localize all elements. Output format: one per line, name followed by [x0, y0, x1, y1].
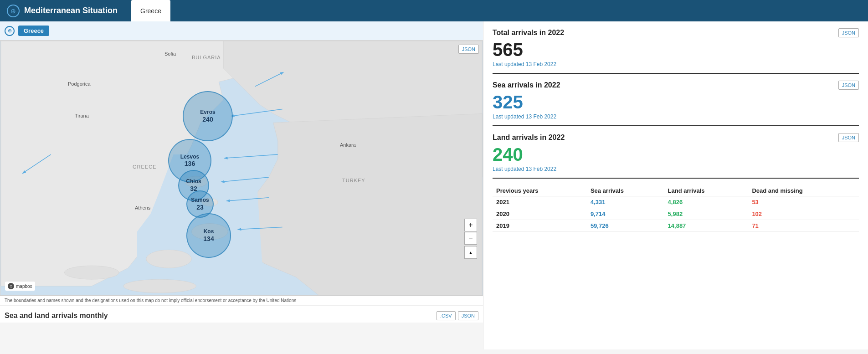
label-podgorica: Podgorica: [68, 81, 91, 87]
left-panel: ⊕ Greece JSON: [0, 21, 483, 349]
world-icon: ⊕: [5, 26, 15, 36]
sea-arrivals-json-btn[interactable]: JSON: [838, 81, 859, 90]
cell-land: 14,887: [664, 220, 749, 232]
monthly-section: Sea and land arrivals monthly .CSV JSON: [0, 306, 483, 323]
label-tirana: Tirana: [75, 113, 89, 118]
csv-button[interactable]: .CSV: [437, 311, 456, 320]
cell-sea: 59,726: [587, 220, 664, 232]
total-arrivals-label: Total arrivals in 2022: [493, 29, 564, 37]
label-turkey: TURKEY: [342, 178, 365, 183]
zoom-out-button[interactable]: −: [464, 232, 477, 245]
land-arrivals-json-btn[interactable]: JSON: [838, 133, 859, 142]
sea-arrivals-value: 325: [493, 92, 859, 112]
land-arrivals-label: Land arrivals in 2022: [493, 133, 565, 142]
col-header-land: Land arrivals: [664, 185, 749, 196]
bubble-lesvos-name: Lesvos: [180, 154, 199, 160]
table-row: 2019 59,726 14,887 71: [493, 220, 859, 232]
cell-land: 5,982: [664, 208, 749, 220]
sea-arrivals-section: Sea arrivals in 2022 JSON 325 Last updat…: [493, 81, 859, 126]
svg-point-6: [123, 279, 196, 293]
label-bulgaria: BULGARIA: [192, 55, 221, 60]
sea-arrivals-header: Sea arrivals in 2022 JSON: [493, 81, 859, 90]
map-svg: [0, 41, 483, 295]
sea-arrivals-updated: Last updated 13 Feb 2022: [493, 113, 859, 120]
bubble-lesvos-value: 136: [185, 160, 195, 168]
cell-dead: 53: [748, 196, 859, 208]
total-arrivals-updated: Last updated 13 Feb 2022: [493, 61, 859, 67]
main-layout: ⊕ Greece JSON: [0, 21, 868, 349]
zoom-in-button[interactable]: +: [464, 219, 477, 231]
bubble-kos-value: 134: [203, 235, 214, 243]
bubble-kos[interactable]: Kos 134: [186, 213, 231, 258]
app-title: Mediterranean Situation: [24, 6, 118, 15]
cell-dead: 102: [748, 208, 859, 220]
svg-point-4: [146, 250, 192, 268]
json-button[interactable]: JSON: [458, 311, 478, 320]
label-athens: Athens: [135, 205, 150, 210]
total-arrivals-section: Total arrivals in 2022 JSON 565 Last upd…: [493, 28, 859, 74]
breadcrumb-label: Greece: [140, 7, 161, 15]
total-arrivals-json-btn[interactable]: JSON: [838, 28, 859, 37]
bubble-samos-name: Samos: [191, 197, 209, 203]
cell-land: 4,826: [664, 196, 749, 208]
zoom-compass[interactable]: ▲: [464, 246, 477, 259]
col-header-year: Previous years: [493, 185, 587, 196]
bubble-evros-value: 240: [202, 116, 213, 123]
mapbox-logo-icon: ⊙: [8, 283, 14, 289]
bubble-samos-value: 23: [196, 204, 204, 211]
col-header-dead: Dead and missing: [748, 185, 859, 196]
land-arrivals-section: Land arrivals in 2022 JSON 240 Last upda…: [493, 133, 859, 179]
monthly-btn-group: .CSV JSON: [437, 311, 478, 320]
country-badge[interactable]: Greece: [18, 26, 49, 36]
table-row: 2021 4,331 4,826 53: [493, 196, 859, 208]
land-arrivals-updated: Last updated 13 Feb 2022: [493, 166, 859, 172]
cell-year: 2019: [493, 220, 587, 232]
breadcrumb-tab[interactable]: Greece: [131, 0, 170, 21]
country-bar: ⊕ Greece: [0, 21, 483, 41]
cell-dead: 71: [748, 220, 859, 232]
mapbox-logo: ⊙ mapbox: [5, 282, 35, 291]
total-arrivals-header: Total arrivals in 2022 JSON: [493, 28, 859, 37]
col-header-sea: Sea arrivals: [587, 185, 664, 196]
land-arrivals-value: 240: [493, 144, 859, 164]
map-container: JSON: [0, 41, 483, 296]
label-ankara: Ankara: [340, 142, 356, 148]
svg-point-5: [64, 266, 119, 279]
zoom-controls: + − ▲: [464, 219, 477, 259]
mapbox-logo-text: mapbox: [16, 284, 32, 289]
sea-arrivals-label: Sea arrivals in 2022: [493, 81, 560, 89]
map-disclaimer: The boundaries and names shown and the d…: [0, 296, 483, 306]
land-arrivals-header: Land arrivals in 2022 JSON: [493, 133, 859, 142]
table-row: 2020 9,714 5,982 102: [493, 208, 859, 220]
cell-sea: 4,331: [587, 196, 664, 208]
label-greece: GREECE: [133, 164, 156, 169]
globe-icon: ⊕: [7, 5, 20, 17]
map-json-button[interactable]: JSON: [458, 45, 479, 54]
total-arrivals-value: 565: [493, 40, 859, 60]
app-header: ⊕ Mediterranean Situation Greece: [0, 0, 868, 21]
cell-sea: 9,714: [587, 208, 664, 220]
bubble-evros[interactable]: Evros 240: [183, 91, 233, 141]
label-sofia: Sofia: [164, 51, 176, 56]
previous-years-section: Previous years Sea arrivals Land arrival…: [493, 185, 859, 232]
bubble-chios-name: Chios: [186, 178, 201, 185]
right-panel: Total arrivals in 2022 JSON 565 Last upd…: [483, 21, 868, 349]
bubble-evros-name: Evros: [200, 109, 215, 115]
cell-year: 2021: [493, 196, 587, 208]
bubble-kos-name: Kos: [204, 228, 214, 235]
cell-year: 2020: [493, 208, 587, 220]
previous-years-table: Previous years Sea arrivals Land arrival…: [493, 185, 859, 232]
monthly-section-title: Sea and land arrivals monthly: [5, 312, 108, 320]
